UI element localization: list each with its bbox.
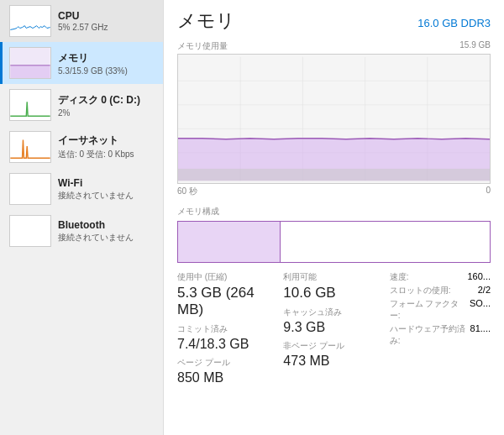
sidebar-item-ethernet[interactable]: イーサネット 送信: 0 受信: 0 Kbps xyxy=(0,126,163,168)
svg-rect-6 xyxy=(10,216,50,246)
memory-info: メモリ 5.3/15.9 GB (33%) xyxy=(58,51,156,76)
page-title: メモリ xyxy=(177,8,235,34)
cached-value: 9.3 GB xyxy=(283,320,384,335)
sidebar-item-memory[interactable]: メモリ 5.3/15.9 GB (33%) xyxy=(0,42,163,84)
time-label-left: 60 秒 xyxy=(177,186,197,197)
hardware-label: ハードウェア予約済み: xyxy=(390,323,470,347)
form-label: フォーム ファクター: xyxy=(390,298,470,322)
bluetooth-title: Bluetooth xyxy=(58,219,156,231)
ethernet-title: イーサネット xyxy=(58,134,156,148)
wifi-title: Wi-Fi xyxy=(58,177,156,189)
hardware-value: 81.... xyxy=(470,323,491,347)
memory-thumbnail xyxy=(9,47,51,79)
mid-stats: 利用可能 10.6 GB キャッシュ済み 9.3 GB 非ページ プール 473… xyxy=(283,271,384,385)
disk-info: ディスク 0 (C: D:) 2% xyxy=(58,93,156,118)
committed-label: コミット済み xyxy=(177,323,278,335)
bluetooth-info: Bluetooth 接続されていません xyxy=(58,219,156,244)
nonpaged-label: 非ページ プール xyxy=(283,340,384,352)
available-label: 利用可能 xyxy=(283,271,384,283)
wifi-thumbnail xyxy=(9,173,51,205)
main-header: メモリ 16.0 GB DDR3 xyxy=(177,8,491,34)
main-panel: メモリ 16.0 GB DDR3 メモリ使用量 15.9 GB xyxy=(164,0,504,435)
form-value: SO... xyxy=(470,298,491,322)
right-stats: 速度: 160... スロットの使用: 2/2 フォーム ファクター: SO..… xyxy=(390,271,491,385)
wifi-info: Wi-Fi 接続されていません xyxy=(58,177,156,202)
memory-title: メモリ xyxy=(58,51,156,66)
paged-value: 850 MB xyxy=(177,370,278,385)
speed-value: 160... xyxy=(467,271,491,283)
bluetooth-thumbnail xyxy=(9,215,51,247)
cpu-subtitle: 5% 2.57 GHz xyxy=(58,23,156,32)
cpu-info: CPU 5% 2.57 GHz xyxy=(58,10,156,32)
wifi-subtitle: 接続されていません xyxy=(58,190,156,202)
cached-label: キャッシュ済み xyxy=(283,307,384,318)
chart-label-left: メモリ使用量 xyxy=(177,40,228,52)
used-label: 使用中 (圧縮) xyxy=(177,271,278,283)
available-value: 10.6 GB xyxy=(283,285,384,301)
sidebar-item-bluetooth[interactable]: Bluetooth 接続されていません xyxy=(0,210,163,252)
mem-comp-used xyxy=(178,222,281,262)
memory-spec: 16.0 GB DDR3 xyxy=(417,17,491,29)
committed-value: 7.4/18.3 GB xyxy=(177,337,278,352)
sidebar-item-cpu[interactable]: CPU 5% 2.57 GHz xyxy=(0,0,163,42)
bluetooth-subtitle: 接続されていません xyxy=(58,232,156,244)
ethernet-subtitle: 送信: 0 受信: 0 Kbps xyxy=(58,149,156,160)
chart-label-right: 15.9 GB xyxy=(459,40,491,52)
slots-label: スロットの使用: xyxy=(390,285,451,296)
sidebar-item-disk[interactable]: ディスク 0 (C: D:) 2% xyxy=(0,84,163,126)
svg-rect-2 xyxy=(10,66,50,78)
ethernet-thumbnail xyxy=(9,131,51,163)
disk-subtitle: 2% xyxy=(58,108,156,118)
left-stats: 使用中 (圧縮) 5.3 GB (264 MB) コミット済み 7.4/18.3… xyxy=(177,271,278,385)
disk-thumbnail xyxy=(9,89,51,121)
sidebar-item-wifi[interactable]: Wi-Fi 接続されていません xyxy=(0,168,163,210)
svg-rect-5 xyxy=(10,174,50,204)
used-value: 5.3 GB (264 MB) xyxy=(177,285,278,318)
time-label-right: 0 xyxy=(486,186,491,197)
paged-label: ページ プール xyxy=(177,357,278,369)
disk-title: ディスク 0 (C: D:) xyxy=(58,93,156,107)
sidebar: CPU 5% 2.57 GHz メモリ 5.3/15.9 GB (33%) ディ… xyxy=(0,0,164,435)
svg-rect-0 xyxy=(10,6,50,36)
chart-label-row: メモリ使用量 15.9 GB xyxy=(177,40,491,52)
speed-label: 速度: xyxy=(390,271,409,283)
svg-rect-17 xyxy=(178,169,490,181)
time-label-row: 60 秒 0 xyxy=(177,186,491,197)
memory-usage-chart xyxy=(177,54,491,184)
cpu-title: CPU xyxy=(58,10,156,22)
memory-composition-bar xyxy=(177,221,491,263)
nonpaged-value: 473 MB xyxy=(283,354,384,369)
memory-subtitle: 5.3/15.9 GB (33%) xyxy=(58,66,156,76)
cpu-thumbnail xyxy=(9,5,51,37)
stats-section: 使用中 (圧縮) 5.3 GB (264 MB) コミット済み 7.4/18.3… xyxy=(177,271,491,385)
ethernet-info: イーサネット 送信: 0 受信: 0 Kbps xyxy=(58,134,156,160)
mem-comp-available xyxy=(281,222,490,262)
composition-section-label: メモリ構成 xyxy=(177,206,491,218)
slots-value: 2/2 xyxy=(478,285,491,296)
